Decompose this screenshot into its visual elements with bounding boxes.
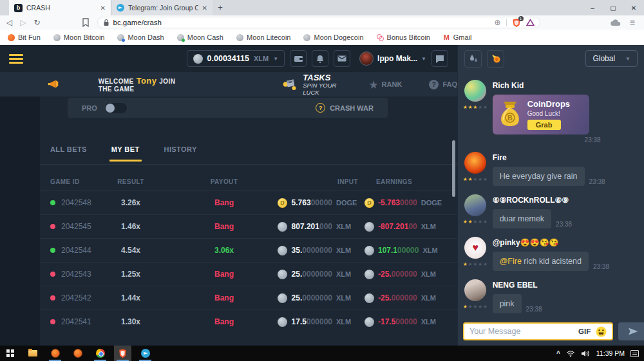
address-bar[interactable]: bc.game/crash ⊕ 1 bbox=[97, 17, 540, 28]
action-center-icon[interactable] bbox=[630, 350, 639, 357]
file-explorer-button[interactable] bbox=[24, 346, 41, 361]
lock-icon bbox=[103, 19, 109, 26]
balance-dropdown[interactable]: 0.00034115 XLM ▼ bbox=[187, 50, 285, 67]
pro-toggle[interactable] bbox=[105, 103, 127, 113]
maximize-button[interactable]: ▢ bbox=[603, 0, 623, 15]
bookmark-icon[interactable] bbox=[82, 18, 90, 27]
tab-close-icon[interactable]: ✕ bbox=[202, 5, 207, 12]
tab-my-bet[interactable]: MY BET bbox=[111, 145, 140, 162]
wifi-icon[interactable] bbox=[566, 350, 575, 357]
browser-menu-icon[interactable]: ≡ bbox=[630, 18, 635, 27]
game-status-dot bbox=[50, 272, 55, 277]
bookmark-moondash[interactable]: Moon Dash bbox=[117, 33, 164, 41]
tasks-banner[interactable]: TASKS SPIN YOUR LUCK bbox=[283, 73, 342, 96]
bets-table: GAME ID RESULT PAYOUT INPUT EARNINGS 204… bbox=[40, 172, 457, 333]
tray-chevron-icon[interactable]: ^ bbox=[556, 350, 560, 357]
send-icon bbox=[628, 328, 638, 335]
message-input-box[interactable]: GIF bbox=[463, 322, 613, 340]
back-icon[interactable]: ◁ bbox=[6, 19, 12, 26]
bookmark-bitfun[interactable]: Bit Fun bbox=[8, 33, 41, 41]
bookmark-mooncash[interactable]: Moon Cash bbox=[177, 33, 223, 41]
new-tab-button[interactable]: + bbox=[213, 0, 228, 15]
chat-messages: ★★★★★ Rich Kid bbox=[458, 72, 644, 317]
close-button[interactable]: ✕ bbox=[623, 0, 644, 15]
chat-username[interactable]: ⑥⑨ROCKnROLL⑥⑨ bbox=[493, 196, 638, 205]
start-button[interactable] bbox=[1, 346, 19, 361]
emoji-icon[interactable] bbox=[596, 326, 607, 337]
faq-link[interactable]: ? FAQ bbox=[429, 80, 457, 89]
chat-username[interactable]: NENG EBEL bbox=[493, 281, 638, 290]
game-id[interactable]: 2042548 bbox=[61, 198, 91, 207]
bitfun-icon bbox=[8, 34, 15, 41]
avatar[interactable] bbox=[464, 80, 486, 102]
taskbar-clock[interactable]: 11:39 PM bbox=[596, 349, 625, 357]
target-icon[interactable]: ⊕ bbox=[494, 18, 500, 27]
minimize-button[interactable]: – bbox=[582, 0, 603, 15]
bookmark-moonlitecoin[interactable]: Moon Litecoin bbox=[236, 33, 291, 41]
rank-link[interactable]: ★ RANK bbox=[369, 80, 402, 89]
tab-all-bets[interactable]: ALL BETS bbox=[50, 145, 87, 162]
hamburger-menu-icon[interactable] bbox=[9, 54, 23, 64]
avatar[interactable] bbox=[464, 152, 486, 174]
avatar[interactable] bbox=[464, 279, 486, 301]
avatar[interactable] bbox=[464, 194, 486, 216]
rain-button[interactable] bbox=[464, 50, 482, 68]
result-value: 1.44x bbox=[111, 293, 150, 302]
table-row: 2042548 3.26x Bang D5.76300000DOGE D-5.7… bbox=[40, 190, 457, 214]
coindrops-subtitle: Good Luck! bbox=[527, 110, 570, 117]
chrome-button[interactable] bbox=[91, 346, 109, 361]
notifications-button[interactable] bbox=[312, 50, 328, 67]
crash-war-link[interactable]: ? CRASH WAR bbox=[316, 103, 374, 113]
telegram-button[interactable] bbox=[137, 346, 154, 361]
brave-button[interactable] bbox=[114, 346, 131, 361]
game-id[interactable]: 2042543 bbox=[61, 270, 91, 279]
send-button[interactable] bbox=[618, 322, 644, 340]
result-value: 1.25x bbox=[111, 270, 150, 279]
chat-username[interactable]: Fire bbox=[493, 153, 638, 162]
app-button-2[interactable] bbox=[69, 346, 86, 361]
table-row: 2042541 1.30x Bang D17.5000000XLM D-17.5… bbox=[40, 310, 457, 333]
bookmark-moonbitcoin[interactable]: Moon Bitcoin bbox=[53, 33, 105, 41]
bookmark-gmail[interactable]: MGmail bbox=[443, 33, 472, 41]
game-id[interactable]: 2042545 bbox=[61, 222, 91, 231]
tab-crash[interactable]: b CRASH ✕ bbox=[9, 0, 111, 15]
table-row: 2042542 1.44x Bang D25.0000000XLM D-25.0… bbox=[40, 286, 457, 310]
avatar[interactable]: ♥ bbox=[464, 237, 486, 259]
triangle-extension-icon[interactable] bbox=[526, 19, 535, 26]
envelope-icon bbox=[337, 55, 346, 62]
message-input[interactable] bbox=[469, 327, 573, 336]
volume-icon[interactable] bbox=[581, 350, 591, 357]
messages-button[interactable] bbox=[334, 50, 350, 67]
forward-icon[interactable]: ▷ bbox=[20, 19, 26, 26]
chat-channel-dropdown[interactable]: Global ▼ bbox=[585, 50, 638, 67]
scrollbar[interactable] bbox=[452, 140, 455, 197]
coindrop-button[interactable] bbox=[487, 50, 504, 68]
coin-icon: D bbox=[278, 317, 287, 327]
bookmark-moondogecoin[interactable]: Moon Dogecoin bbox=[303, 33, 363, 41]
game-id[interactable]: 2042542 bbox=[61, 293, 91, 302]
mention[interactable]: @Fire bbox=[500, 257, 522, 266]
cloud-icon[interactable] bbox=[611, 19, 621, 26]
page-content: 0.00034115 XLM ▼ Ippo Mak... ▼ bbox=[0, 45, 644, 346]
tab-close-icon[interactable]: ✕ bbox=[100, 5, 106, 12]
tab-history[interactable]: HISTORY bbox=[164, 145, 197, 162]
coin-icon: D bbox=[365, 246, 374, 255]
tab-telegram[interactable]: Telegram: Join Group Chat ✕ bbox=[111, 0, 213, 15]
reload-icon[interactable]: ↻ bbox=[33, 19, 40, 26]
telegram-icon bbox=[141, 349, 150, 358]
brave-shield-icon[interactable]: 1 bbox=[512, 18, 521, 28]
chat-toggle-button[interactable] bbox=[431, 50, 448, 67]
chat-username[interactable]: Rich Kid bbox=[493, 81, 638, 90]
game-id[interactable]: 2042541 bbox=[61, 317, 91, 326]
grab-button[interactable]: Grab bbox=[527, 120, 561, 130]
url-text[interactable]: bc.game/crash bbox=[113, 19, 491, 26]
user-menu[interactable]: Ippo Mak... ▼ bbox=[359, 51, 426, 66]
wallet-button[interactable] bbox=[290, 50, 307, 67]
game-id[interactable]: 2042544 bbox=[61, 246, 91, 255]
app-button-1[interactable] bbox=[46, 346, 64, 361]
chat-username[interactable]: @pinky😍😍😘😘 bbox=[493, 238, 638, 247]
channel-label: Global bbox=[592, 54, 615, 63]
gif-button[interactable]: GIF bbox=[578, 328, 591, 335]
result-value: 4.54x bbox=[111, 246, 150, 255]
bookmark-bonusbitcoin[interactable]: Bonus Bitcoin bbox=[377, 33, 430, 41]
